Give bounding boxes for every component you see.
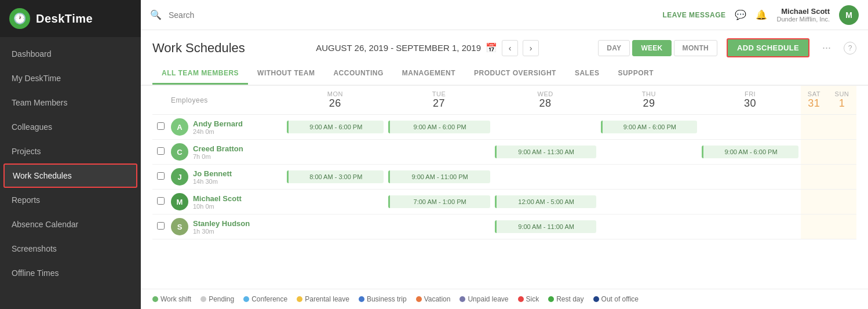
sidebar-item-reports[interactable]: Reports xyxy=(0,188,141,212)
bell-icon[interactable]: 🔔 xyxy=(756,9,767,20)
shift-block[interactable]: 9:00 AM - 6:00 PM xyxy=(388,121,490,133)
shift-cell[interactable] xyxy=(801,165,827,190)
employee-checkbox[interactable] xyxy=(157,172,165,180)
employee-name[interactable]: Creed Bratton xyxy=(193,144,243,153)
search-input[interactable] xyxy=(169,10,656,20)
shift-cell[interactable] xyxy=(599,215,700,239)
shift-cell[interactable] xyxy=(493,165,599,190)
employee-checkbox[interactable] xyxy=(157,222,165,230)
tab-sales[interactable]: SALES xyxy=(566,63,609,85)
sidebar-item-offline-times[interactable]: Offline Times xyxy=(0,261,141,285)
shift-cell[interactable] xyxy=(827,140,856,165)
shift-cell[interactable] xyxy=(599,165,700,190)
legend-label-work-shift: Work shift xyxy=(161,295,191,303)
shift-cell[interactable] xyxy=(386,215,493,239)
view-week-button[interactable]: WEEK xyxy=(632,40,671,56)
shift-block[interactable]: 8:00 AM - 3:00 PM xyxy=(287,170,384,183)
employee-checkbox[interactable] xyxy=(157,122,165,130)
shift-cell[interactable]: 9:00 AM - 11:00 AM xyxy=(493,215,599,239)
shift-cell[interactable] xyxy=(801,140,827,165)
shift-cell[interactable]: 9:00 AM - 6:00 PM xyxy=(285,115,386,140)
employee-name[interactable]: Michael Scott xyxy=(193,194,242,203)
shift-cell[interactable] xyxy=(827,215,856,239)
shift-cell[interactable] xyxy=(801,215,827,239)
col-wed: WED 28 xyxy=(493,86,599,115)
tab-management[interactable]: MANAGEMENT xyxy=(393,63,465,85)
employee-wrap: J Jo Bennett 14h 30m xyxy=(171,168,282,186)
shift-cell[interactable]: 9:00 AM - 6:00 PM xyxy=(599,115,700,140)
tab-accounting[interactable]: ACCOUNTING xyxy=(324,63,392,85)
shift-block[interactable]: 7:00 AM - 1:00 PM xyxy=(388,195,490,208)
sidebar-item-colleagues[interactable]: Colleagues xyxy=(0,115,141,139)
shift-cell[interactable] xyxy=(827,165,856,190)
shift-cell[interactable] xyxy=(285,140,386,165)
shift-cell[interactable] xyxy=(827,190,856,215)
sidebar-item-dashboard[interactable]: Dashboard xyxy=(0,42,141,66)
sidebar-item-label: Colleagues xyxy=(12,122,52,132)
day-label-wed: WED xyxy=(538,90,553,97)
employee-checkbox[interactable] xyxy=(157,147,165,155)
shift-cell[interactable]: 9:00 AM - 6:00 PM xyxy=(699,140,801,165)
tab-without-team[interactable]: WITHOUT TEAM xyxy=(248,63,324,85)
shift-block[interactable]: 9:00 AM - 11:30 AM xyxy=(495,146,596,158)
tab-support[interactable]: SUPPORT xyxy=(608,63,663,85)
more-options-button[interactable]: ··· xyxy=(819,39,834,56)
chat-icon[interactable]: 💬 xyxy=(735,9,746,20)
add-schedule-button[interactable]: ADD SCHEDULE xyxy=(727,38,809,57)
shift-cell[interactable] xyxy=(285,190,386,215)
shift-block[interactable]: 9:00 AM - 6:00 PM xyxy=(601,121,698,133)
employee-checkbox[interactable] xyxy=(157,197,165,205)
shift-block[interactable]: 9:00 AM - 6:00 PM xyxy=(287,121,384,133)
legend-label-sick: Sick xyxy=(526,295,539,303)
sidebar-item-label: My DeskTime xyxy=(12,74,61,83)
shift-cell[interactable] xyxy=(699,165,801,190)
employee-name[interactable]: Jo Bennett xyxy=(193,169,232,178)
employee-name[interactable]: Stanley Hudson xyxy=(193,219,250,228)
help-button[interactable]: ? xyxy=(844,42,856,54)
shift-block[interactable]: 12:00 AM - 5:00 AM xyxy=(495,195,596,208)
shift-cell[interactable] xyxy=(599,140,700,165)
shift-cell[interactable] xyxy=(801,115,827,140)
calendar-icon[interactable]: 📅 xyxy=(486,42,497,53)
shift-cell[interactable]: 8:00 AM - 3:00 PM xyxy=(285,165,386,190)
shift-cell[interactable] xyxy=(699,215,801,239)
sidebar-item-my-desktime[interactable]: My DeskTime xyxy=(0,66,141,90)
prev-week-button[interactable]: ‹ xyxy=(502,40,518,56)
sidebar-item-absence-calendar[interactable]: Absence Calendar xyxy=(0,212,141,237)
view-day-button[interactable]: DAY xyxy=(598,40,630,56)
shift-cell[interactable]: 9:00 AM - 11:00 PM xyxy=(386,165,493,190)
shift-cell[interactable]: 9:00 AM - 6:00 PM xyxy=(386,115,493,140)
employee-hours: 14h 30m xyxy=(193,178,232,185)
shift-cell[interactable] xyxy=(285,215,386,239)
day-label-sat: SAT xyxy=(808,90,820,97)
leave-message-button[interactable]: LEAVE MESSAGE xyxy=(663,11,726,19)
employee-avatar: M xyxy=(171,193,188,210)
shift-cell[interactable]: 12:00 AM - 5:00 AM xyxy=(493,190,599,215)
row-checkbox-cell xyxy=(152,115,169,140)
shift-cell[interactable] xyxy=(699,115,801,140)
sidebar-item-projects[interactable]: Projects xyxy=(0,139,141,163)
sidebar-item-screenshots[interactable]: Screenshots xyxy=(0,237,141,261)
shift-cell[interactable]: 9:00 AM - 11:30 AM xyxy=(493,140,599,165)
employee-name[interactable]: Andy Bernard xyxy=(193,119,243,128)
next-week-button[interactable]: › xyxy=(523,40,539,56)
sidebar-item-work-schedules[interactable]: Work Schedules xyxy=(3,163,137,188)
shift-block[interactable]: 9:00 AM - 11:00 PM xyxy=(388,170,490,183)
shift-block[interactable]: 9:00 AM - 11:00 AM xyxy=(495,220,596,233)
sidebar-item-team-members[interactable]: Team Members xyxy=(0,90,141,115)
sidebar-item-label: Dashboard xyxy=(12,49,52,59)
sidebar-item-label: Reports xyxy=(12,195,40,205)
legend-dot-work-shift xyxy=(152,296,158,302)
shift-cell[interactable] xyxy=(699,190,801,215)
tab-product-oversight[interactable]: PRODUCT OVERSIGHT xyxy=(465,63,566,85)
shift-cell[interactable] xyxy=(827,115,856,140)
shift-cell[interactable] xyxy=(386,140,493,165)
shift-cell[interactable] xyxy=(599,190,700,215)
shift-cell[interactable] xyxy=(801,190,827,215)
shift-cell[interactable]: 7:00 AM - 1:00 PM xyxy=(386,190,493,215)
shift-block[interactable]: 9:00 AM - 6:00 PM xyxy=(702,146,798,158)
avatar[interactable]: M xyxy=(839,5,859,25)
tab-all-team-members[interactable]: ALL TEAM MEMBERS xyxy=(152,63,248,85)
view-month-button[interactable]: MONTH xyxy=(674,40,718,56)
shift-cell[interactable] xyxy=(493,115,599,140)
